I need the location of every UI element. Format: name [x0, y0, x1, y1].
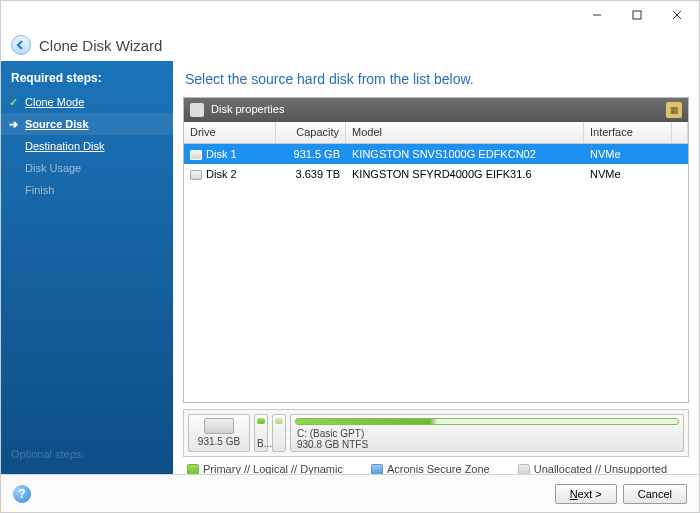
window-title: Clone Disk Wizard — [39, 37, 162, 54]
cell-model: KINGSTON SFYRD4000G EIFK31.6 — [346, 168, 584, 180]
cancel-button[interactable]: Cancel — [623, 484, 687, 504]
help-button[interactable]: ? — [13, 485, 31, 503]
footer: ? Next > Cancel — [1, 474, 699, 512]
cell-model: KINGSTON SNVS1000G EDFKCN02 — [346, 148, 584, 160]
step-label: Destination Disk — [25, 140, 104, 152]
partition-size: 930.8 GB NTFS — [297, 439, 679, 450]
page-heading: Select the source hard disk from the lis… — [183, 67, 689, 97]
drive-icon — [190, 170, 202, 180]
step-clone-mode[interactable]: ✓ Clone Mode — [1, 91, 173, 113]
svg-rect-1 — [633, 11, 641, 19]
sidebar-section-title: Required steps: — [1, 67, 173, 91]
disk-map-drive[interactable]: 931.5 GB — [188, 414, 250, 452]
cell-interface: NVMe — [584, 168, 672, 180]
cell-drive: Disk 1 — [206, 148, 237, 160]
maximize-button[interactable] — [617, 2, 657, 28]
panel-title: Disk properties — [211, 103, 284, 115]
partition-label: C: (Basic GPT) — [297, 428, 679, 439]
disk-row[interactable]: Disk 2 3.639 TB KINGSTON SFYRD4000G EIFK… — [184, 164, 688, 184]
arrow-right-icon: ➔ — [9, 118, 18, 131]
step-disk-usage: Disk Usage — [1, 157, 173, 179]
disk-map: 931.5 GB B... C: (Basic GPT) 930.8 GB NT… — [183, 409, 689, 457]
step-finish: Finish — [1, 179, 173, 201]
sidebar: Required steps: ✓ Clone Mode ➔ Source Di… — [1, 61, 173, 476]
panel-header: Disk properties ▦ — [184, 98, 688, 122]
sidebar-optional-title: Optional steps: — [11, 448, 84, 460]
step-label: Clone Mode — [25, 96, 84, 108]
disk-map-main-partition[interactable]: C: (Basic GPT) 930.8 GB NTFS — [290, 414, 684, 452]
minimize-button[interactable] — [577, 2, 617, 28]
step-label: Disk Usage — [25, 162, 81, 174]
main-area: Select the source hard disk from the lis… — [173, 61, 699, 476]
hdd-icon — [204, 418, 234, 434]
col-model[interactable]: Model — [346, 122, 584, 143]
step-label: Finish — [25, 184, 54, 196]
next-button[interactable]: Next > — [555, 484, 617, 504]
checkmark-icon: ✓ — [9, 96, 18, 109]
boot-label: B... — [257, 438, 272, 449]
disk-row[interactable]: Disk 1 931.5 GB KINGSTON SNVS1000G EDFKC… — [184, 144, 688, 164]
step-source-disk[interactable]: ➔ Source Disk — [1, 113, 173, 135]
window-header: Clone Disk Wizard — [1, 29, 699, 61]
disk-map-total: 931.5 GB — [198, 436, 240, 447]
disk-list: Disk 1 931.5 GB KINGSTON SNVS1000G EDFKC… — [184, 144, 688, 402]
col-end — [672, 122, 688, 143]
close-button[interactable] — [657, 2, 697, 28]
disk-icon — [190, 103, 204, 117]
col-interface[interactable]: Interface — [584, 122, 672, 143]
cell-capacity: 3.639 TB — [276, 168, 346, 180]
disk-map-small-partition[interactable] — [272, 414, 286, 452]
col-capacity[interactable]: Capacity — [276, 122, 346, 143]
step-label: Source Disk — [25, 118, 89, 130]
disk-map-boot-partition[interactable]: B... — [254, 414, 268, 452]
cell-capacity: 931.5 GB — [276, 148, 346, 160]
step-destination-disk[interactable]: Destination Disk — [1, 135, 173, 157]
drive-icon — [190, 150, 202, 160]
column-chooser-button[interactable]: ▦ — [666, 102, 682, 118]
table-header: Drive Capacity Model Interface — [184, 122, 688, 144]
app-logo-icon — [11, 35, 31, 55]
titlebar — [1, 1, 699, 29]
col-drive[interactable]: Drive — [184, 122, 276, 143]
disk-panel: Disk properties ▦ Drive Capacity Model I… — [183, 97, 689, 403]
cell-interface: NVMe — [584, 148, 672, 160]
cell-drive: Disk 2 — [206, 168, 237, 180]
